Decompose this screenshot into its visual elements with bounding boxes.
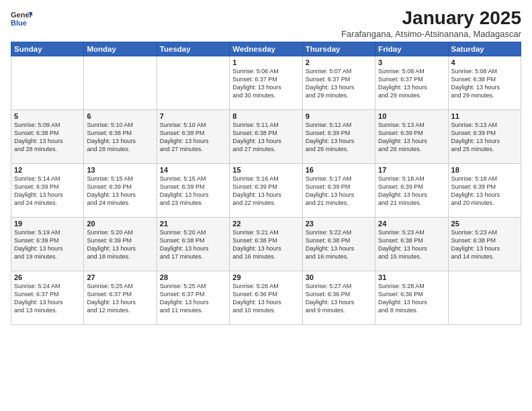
calendar-cell xyxy=(157,56,229,109)
cell-info: Sunrise: 5:21 AM Sunset: 6:38 PM Dayligh… xyxy=(232,228,299,261)
day-number: 10 xyxy=(378,112,445,120)
cell-info: Sunrise: 5:26 AM Sunset: 6:36 PM Dayligh… xyxy=(232,282,299,315)
day-number: 31 xyxy=(378,273,445,281)
day-number: 20 xyxy=(87,220,153,228)
calendar-week-row: 26Sunrise: 5:24 AM Sunset: 6:37 PM Dayli… xyxy=(11,271,521,324)
cell-info: Sunrise: 5:17 AM Sunset: 6:39 PM Dayligh… xyxy=(306,175,372,208)
calendar-cell xyxy=(84,56,157,109)
day-number: 19 xyxy=(14,220,81,228)
logo: General Blue xyxy=(11,8,32,32)
day-number: 25 xyxy=(451,220,518,228)
cell-info: Sunrise: 5:25 AM Sunset: 6:37 PM Dayligh… xyxy=(87,282,153,315)
calendar-cell: 29Sunrise: 5:26 AM Sunset: 6:36 PM Dayli… xyxy=(230,271,302,324)
calendar-cell: 4Sunrise: 5:08 AM Sunset: 6:38 PM Daylig… xyxy=(448,56,521,109)
calendar-cell: 11Sunrise: 5:13 AM Sunset: 6:39 PM Dayli… xyxy=(448,109,521,163)
calendar-cell: 17Sunrise: 5:18 AM Sunset: 6:39 PM Dayli… xyxy=(375,163,448,217)
calendar-week-row: 12Sunrise: 5:14 AM Sunset: 6:39 PM Dayli… xyxy=(11,163,521,217)
day-number: 4 xyxy=(451,58,518,66)
day-number: 11 xyxy=(451,112,518,120)
cell-info: Sunrise: 5:15 AM Sunset: 6:39 PM Dayligh… xyxy=(160,175,226,208)
calendar-cell: 26Sunrise: 5:24 AM Sunset: 6:37 PM Dayli… xyxy=(11,271,84,324)
day-number: 18 xyxy=(451,166,518,174)
calendar-cell: 16Sunrise: 5:17 AM Sunset: 6:39 PM Dayli… xyxy=(302,163,375,217)
cell-info: Sunrise: 5:15 AM Sunset: 6:39 PM Dayligh… xyxy=(87,175,153,208)
cell-info: Sunrise: 5:06 AM Sunset: 6:37 PM Dayligh… xyxy=(232,67,299,100)
day-number: 29 xyxy=(232,273,299,281)
calendar-cell: 27Sunrise: 5:25 AM Sunset: 6:37 PM Dayli… xyxy=(84,271,157,324)
calendar-cell: 19Sunrise: 5:19 AM Sunset: 6:39 PM Dayli… xyxy=(11,217,84,271)
day-number: 24 xyxy=(378,220,445,228)
cell-info: Sunrise: 5:24 AM Sunset: 6:37 PM Dayligh… xyxy=(14,282,81,315)
day-number: 2 xyxy=(306,58,372,66)
day-number: 1 xyxy=(232,58,299,66)
day-number: 15 xyxy=(232,166,299,174)
cell-info: Sunrise: 5:23 AM Sunset: 6:38 PM Dayligh… xyxy=(451,228,518,261)
day-number: 7 xyxy=(160,112,226,120)
header-thursday: Thursday xyxy=(302,42,375,56)
cell-info: Sunrise: 5:18 AM Sunset: 6:39 PM Dayligh… xyxy=(378,175,445,208)
calendar-cell: 10Sunrise: 5:13 AM Sunset: 6:39 PM Dayli… xyxy=(375,109,448,163)
cell-info: Sunrise: 5:18 AM Sunset: 6:39 PM Dayligh… xyxy=(451,175,518,208)
svg-text:Blue: Blue xyxy=(11,19,27,27)
day-number: 30 xyxy=(306,273,372,281)
calendar-cell: 3Sunrise: 5:08 AM Sunset: 6:37 PM Daylig… xyxy=(375,56,448,109)
day-number: 13 xyxy=(87,166,153,174)
cell-info: Sunrise: 5:14 AM Sunset: 6:39 PM Dayligh… xyxy=(14,175,81,208)
calendar-subtitle: Farafangana, Atsimo-Atsinanana, Madagasc… xyxy=(341,29,521,39)
calendar-week-row: 1Sunrise: 5:06 AM Sunset: 6:37 PM Daylig… xyxy=(11,56,521,109)
title-block: January 2025 Farafangana, Atsimo-Atsinan… xyxy=(341,8,521,39)
day-number: 3 xyxy=(378,58,445,66)
header-wednesday: Wednesday xyxy=(230,42,302,56)
cell-info: Sunrise: 5:22 AM Sunset: 6:38 PM Dayligh… xyxy=(306,228,372,261)
calendar-cell: 7Sunrise: 5:10 AM Sunset: 6:38 PM Daylig… xyxy=(157,109,229,163)
calendar-cell: 9Sunrise: 5:12 AM Sunset: 6:39 PM Daylig… xyxy=(302,109,375,163)
day-number: 5 xyxy=(14,112,81,120)
cell-info: Sunrise: 5:10 AM Sunset: 6:38 PM Dayligh… xyxy=(87,121,153,154)
cell-info: Sunrise: 5:08 AM Sunset: 6:38 PM Dayligh… xyxy=(451,67,518,100)
calendar-week-row: 5Sunrise: 5:09 AM Sunset: 6:38 PM Daylig… xyxy=(11,109,521,163)
logo-icon: General Blue xyxy=(11,8,32,32)
calendar-cell: 1Sunrise: 5:06 AM Sunset: 6:37 PM Daylig… xyxy=(230,56,302,109)
day-number: 9 xyxy=(306,112,372,120)
calendar-table: Sunday Monday Tuesday Wednesday Thursday… xyxy=(11,42,521,325)
calendar-cell xyxy=(11,56,84,109)
calendar-cell: 15Sunrise: 5:16 AM Sunset: 6:39 PM Dayli… xyxy=(230,163,302,217)
day-number: 21 xyxy=(160,220,226,228)
day-number: 27 xyxy=(87,273,153,281)
calendar-cell: 12Sunrise: 5:14 AM Sunset: 6:39 PM Dayli… xyxy=(11,163,84,217)
day-number: 17 xyxy=(378,166,445,174)
day-number: 16 xyxy=(306,166,372,174)
month-title: January 2025 xyxy=(341,8,521,29)
calendar-week-row: 19Sunrise: 5:19 AM Sunset: 6:39 PM Dayli… xyxy=(11,217,521,271)
day-number: 14 xyxy=(160,166,226,174)
cell-info: Sunrise: 5:12 AM Sunset: 6:39 PM Dayligh… xyxy=(306,121,372,154)
header-friday: Friday xyxy=(375,42,448,56)
calendar-cell: 22Sunrise: 5:21 AM Sunset: 6:38 PM Dayli… xyxy=(230,217,302,271)
calendar-cell: 23Sunrise: 5:22 AM Sunset: 6:38 PM Dayli… xyxy=(302,217,375,271)
calendar-cell: 18Sunrise: 5:18 AM Sunset: 6:39 PM Dayli… xyxy=(448,163,521,217)
calendar-cell: 6Sunrise: 5:10 AM Sunset: 6:38 PM Daylig… xyxy=(84,109,157,163)
cell-info: Sunrise: 5:20 AM Sunset: 6:39 PM Dayligh… xyxy=(87,228,153,261)
cell-info: Sunrise: 5:20 AM Sunset: 6:38 PM Dayligh… xyxy=(160,228,226,261)
calendar-cell: 8Sunrise: 5:11 AM Sunset: 6:38 PM Daylig… xyxy=(230,109,302,163)
day-number: 23 xyxy=(306,220,372,228)
day-number: 12 xyxy=(14,166,81,174)
calendar-cell: 13Sunrise: 5:15 AM Sunset: 6:39 PM Dayli… xyxy=(84,163,157,217)
day-number: 28 xyxy=(160,273,226,281)
cell-info: Sunrise: 5:13 AM Sunset: 6:39 PM Dayligh… xyxy=(378,121,445,154)
cell-info: Sunrise: 5:10 AM Sunset: 6:38 PM Dayligh… xyxy=(160,121,226,154)
header-sunday: Sunday xyxy=(11,42,84,56)
cell-info: Sunrise: 5:27 AM Sunset: 6:36 PM Dayligh… xyxy=(306,282,372,315)
cell-info: Sunrise: 5:11 AM Sunset: 6:38 PM Dayligh… xyxy=(232,121,299,154)
calendar-cell: 24Sunrise: 5:23 AM Sunset: 6:38 PM Dayli… xyxy=(375,217,448,271)
calendar-cell: 21Sunrise: 5:20 AM Sunset: 6:38 PM Dayli… xyxy=(157,217,229,271)
header-saturday: Saturday xyxy=(448,42,521,56)
day-number: 8 xyxy=(232,112,299,120)
cell-info: Sunrise: 5:07 AM Sunset: 6:37 PM Dayligh… xyxy=(306,67,372,100)
cell-info: Sunrise: 5:13 AM Sunset: 6:39 PM Dayligh… xyxy=(451,121,518,154)
cell-info: Sunrise: 5:23 AM Sunset: 6:38 PM Dayligh… xyxy=(378,228,445,261)
weekday-header-row: Sunday Monday Tuesday Wednesday Thursday… xyxy=(11,42,521,56)
header-monday: Monday xyxy=(84,42,157,56)
day-number: 22 xyxy=(232,220,299,228)
calendar-cell: 14Sunrise: 5:15 AM Sunset: 6:39 PM Dayli… xyxy=(157,163,229,217)
